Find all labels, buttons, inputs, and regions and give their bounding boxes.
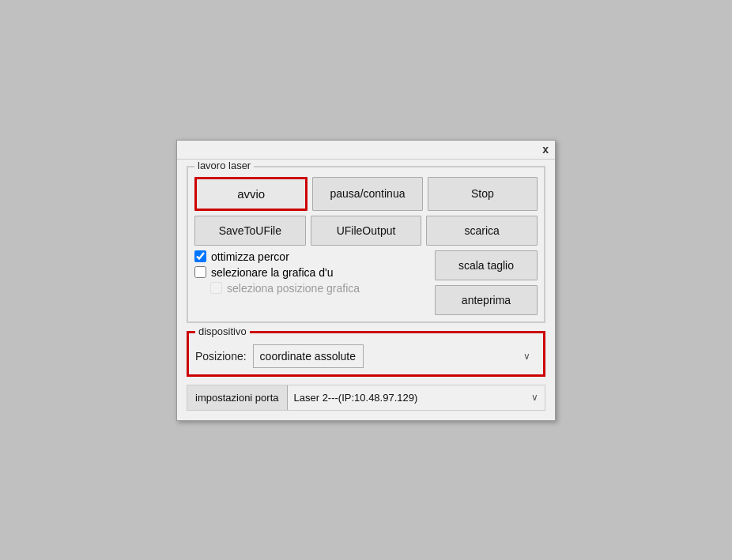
section-dispositivo-label: dispositivo xyxy=(195,325,250,337)
ufile-output-button[interactable]: UFileOutput xyxy=(311,216,422,246)
checkbox-posizione-label: seleziona posizione grafica xyxy=(227,282,360,295)
posizione-label: Posizione: xyxy=(195,350,247,363)
close-button[interactable]: x xyxy=(541,144,550,155)
posizione-select[interactable]: coordinate assolute coordinate relative xyxy=(253,344,364,368)
checkbox-ottimizza-label: ottimizza percor xyxy=(211,250,289,263)
section-dispositivo: dispositivo Posizione: coordinate assolu… xyxy=(187,331,545,377)
checkboxes-group: ottimizza percor selezionare la grafica … xyxy=(194,250,430,295)
section-porta: impostazioni porta Laser 2---(IP:10.48.9… xyxy=(187,385,545,411)
posizione-select-wrapper: coordinate assolute coordinate relative xyxy=(253,344,537,368)
save-to-ufile-button[interactable]: SaveToUFile xyxy=(194,216,306,246)
checkbox-ottimizza-input[interactable] xyxy=(194,250,206,262)
scarica-button[interactable]: scarica xyxy=(426,216,538,246)
checkbox-posizione: seleziona posizione grafica xyxy=(210,282,430,295)
checkbox-selezionare-label: selezionare la grafica d'u xyxy=(211,266,333,279)
main-window: x lavoro laser avvio pausa/continua Stop… xyxy=(176,140,556,421)
side-buttons: scala taglio anteprima xyxy=(435,250,538,315)
porta-select-wrapper: Laser 2---(IP:10.48.97.129) Laser 1 USB xyxy=(288,385,545,410)
options-row: ottimizza percor selezionare la grafica … xyxy=(194,250,538,315)
btn-row-1: avvio pausa/continua Stop xyxy=(194,177,538,211)
section-lavoro-label: lavoro laser xyxy=(194,160,254,171)
avvio-button[interactable]: avvio xyxy=(194,177,308,211)
scala-taglio-button[interactable]: scala taglio xyxy=(435,250,538,280)
title-bar: x xyxy=(177,141,555,160)
section-lavoro: lavoro laser avvio pausa/continua Stop S… xyxy=(187,166,545,323)
content-area: lavoro laser avvio pausa/continua Stop S… xyxy=(177,160,555,420)
stop-button[interactable]: Stop xyxy=(428,177,538,211)
checkbox-selezionare-input[interactable] xyxy=(194,266,206,278)
porta-select[interactable]: Laser 2---(IP:10.48.97.129) Laser 1 USB xyxy=(288,385,545,410)
btn-row-2: SaveToUFile UFileOutput scarica xyxy=(194,216,538,246)
porta-label: impostazioni porta xyxy=(187,385,288,410)
checkbox-ottimizza: ottimizza percor xyxy=(194,250,430,263)
checkbox-selezionare: selezionare la grafica d'u xyxy=(194,266,430,279)
pausa-continua-button[interactable]: pausa/continua xyxy=(312,177,422,211)
checkbox-posizione-input[interactable] xyxy=(210,282,222,294)
posizione-row: Posizione: coordinate assolute coordinat… xyxy=(195,344,537,368)
anteprima-button[interactable]: anteprima xyxy=(435,285,538,315)
